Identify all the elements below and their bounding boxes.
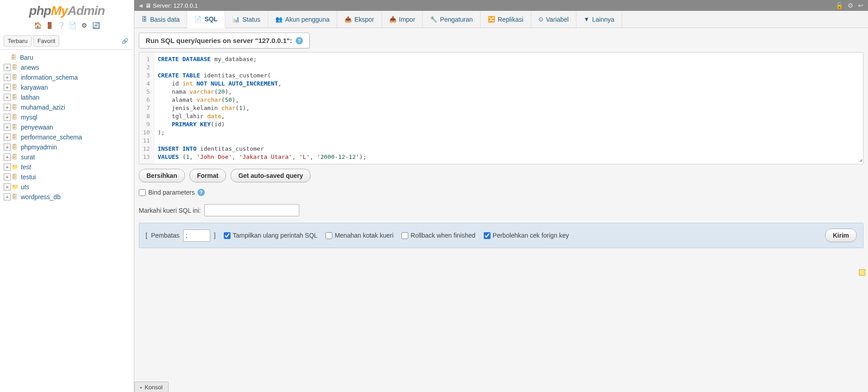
- db-label: phpmyadmin: [21, 143, 57, 151]
- expand-icon[interactable]: +: [4, 114, 11, 121]
- tree-db-item[interactable]: +📁test: [2, 162, 132, 172]
- rollback-checkbox[interactable]: [401, 232, 408, 239]
- nav-pengaturan[interactable]: 🔧Pengaturan: [423, 11, 480, 28]
- new-db-icon: 🗄: [11, 54, 18, 61]
- tree-db-item[interactable]: +🗄surat: [2, 152, 132, 162]
- menahan-checkbox[interactable]: [326, 232, 332, 239]
- tree-db-item[interactable]: +🗄phpmyadmin: [2, 142, 132, 152]
- db-tree: 🗄 Baru +🗄anews+🗄information_schema+🗄kary…: [0, 50, 134, 205]
- nav-ekspor[interactable]: 📤Ekspor: [337, 11, 382, 28]
- expand-icon[interactable]: +: [4, 94, 11, 101]
- nav-akun-pengguna[interactable]: 👥Akun pengguna: [268, 11, 337, 28]
- tree-db-item[interactable]: +🗄penyewaan: [2, 122, 132, 132]
- bookmark-icon[interactable]: [859, 269, 865, 276]
- db-label: performance_schema: [21, 134, 82, 141]
- tree-db-item[interactable]: +🗄wordpress_db: [2, 192, 132, 202]
- link-icon[interactable]: 🔗: [122, 38, 128, 44]
- konsol-bar[interactable]: ▪ Konsol: [134, 382, 169, 392]
- gear-icon[interactable]: ⚙: [848, 2, 854, 9]
- tree-db-item[interactable]: +🗄performance_schema: [2, 132, 132, 142]
- home-icon[interactable]: 🏠: [34, 22, 42, 30]
- docs-icon[interactable]: ❔: [57, 22, 65, 30]
- bind-params-label: Bind parameters: [148, 189, 195, 196]
- markahi-input[interactable]: [204, 204, 299, 216]
- settings-icon[interactable]: ⚙: [80, 22, 88, 30]
- reload-icon[interactable]: 🔄: [92, 22, 100, 30]
- tree-db-item[interactable]: +🗄latihan: [2, 92, 132, 102]
- nav-impor[interactable]: 📥Impor: [382, 11, 423, 28]
- help-icon[interactable]: ?: [296, 37, 303, 44]
- perbolehkan-checkbox[interactable]: [484, 232, 491, 239]
- lock-icon[interactable]: 🔓: [835, 2, 843, 9]
- db-label: penyewaan: [21, 124, 53, 131]
- nav-status[interactable]: 📊Status: [225, 11, 268, 28]
- tree-db-item[interactable]: +🗄information_schema: [2, 72, 132, 82]
- code-area[interactable]: CREATE DATABASE my_database; CREATE TABL…: [154, 53, 863, 164]
- expand-icon[interactable]: +: [4, 74, 11, 81]
- nav-icon: 👥: [275, 16, 283, 23]
- logout-icon[interactable]: 🚪: [46, 22, 54, 30]
- database-icon: 🗄: [12, 74, 19, 81]
- expand-icon[interactable]: +: [4, 163, 11, 171]
- nav-icon: ⊙: [538, 16, 543, 23]
- bersihkan-button[interactable]: Bersihkan: [139, 169, 185, 182]
- database-icon: 🗄: [12, 174, 19, 180]
- top-nav: 🗄Basis data📄SQL📊Status👥Akun pengguna📤Eks…: [134, 11, 868, 28]
- expand-icon[interactable]: +: [4, 143, 11, 151]
- tree-db-item[interactable]: +🗄testui: [2, 172, 132, 182]
- db-label: latihan: [21, 94, 39, 101]
- nav-icon: 📥: [389, 16, 396, 23]
- database-icon: 🗄: [12, 104, 19, 110]
- logo[interactable]: phpMyAdmin: [0, 0, 134, 20]
- expand-icon[interactable]: +: [4, 173, 11, 181]
- db-label: wordpress_db: [21, 193, 61, 201]
- tab-terbaru[interactable]: Terbaru: [4, 35, 32, 47]
- format-button[interactable]: Format: [189, 169, 226, 182]
- expand-icon[interactable]: +: [4, 183, 11, 191]
- expand-icon[interactable]: +: [4, 124, 11, 131]
- autosaved-button[interactable]: Get auto-saved query: [231, 169, 311, 182]
- sql-icon[interactable]: 📄: [69, 22, 77, 30]
- expand-icon[interactable]: +: [4, 64, 11, 71]
- resize-handle[interactable]: ◢: [859, 157, 862, 163]
- database-icon: 🗄: [12, 134, 19, 140]
- markahi-label: Markahi kueri SQL ini:: [139, 207, 201, 214]
- expand-icon[interactable]: +: [4, 84, 11, 91]
- tab-favorit[interactable]: Favorit: [33, 35, 60, 47]
- nav-lainnya[interactable]: ▼Lainnya: [576, 11, 622, 28]
- tree-db-item[interactable]: +🗄karyawan: [2, 82, 132, 92]
- database-icon: 🗄: [12, 94, 19, 100]
- tree-new[interactable]: 🗄 Baru: [2, 53, 132, 62]
- kirim-button[interactable]: Kirim: [825, 229, 857, 242]
- panel-header: Run SQL query/queries on server "127.0.0…: [139, 33, 310, 48]
- nav-sql[interactable]: 📄SQL: [187, 11, 225, 28]
- tree-db-item[interactable]: +🗄mysql: [2, 112, 132, 122]
- nav-icon: 🗄: [142, 16, 147, 23]
- folder-icon: 📁: [12, 184, 19, 190]
- nav-variabel[interactable]: ⊙Variabel: [531, 11, 576, 28]
- server-icon: 🖥: [145, 2, 151, 9]
- server-label[interactable]: Server: 127.0.0.1: [153, 2, 198, 9]
- expand-icon[interactable]: +: [4, 134, 11, 141]
- database-icon: 🗄: [12, 194, 19, 200]
- expand-icon[interactable]: +: [4, 153, 11, 161]
- sql-editor[interactable]: 12345678910111213 CREATE DATABASE my_dat…: [139, 52, 863, 164]
- expand-icon[interactable]: +: [4, 193, 11, 201]
- nav-replikasi[interactable]: 🔀Replikasi: [481, 11, 531, 28]
- options-bar: [ Pembatas ] Tampilkan ulang perintah SQ…: [139, 223, 863, 248]
- expand-icon[interactable]: +: [4, 104, 11, 111]
- console-icon: ▪: [140, 385, 142, 390]
- pembatas-input[interactable]: [183, 229, 210, 242]
- sidebar: phpMyAdmin 🏠 🚪 ❔ 📄 ⚙ 🔄 Terbaru Favorit 🔗…: [0, 0, 134, 392]
- tree-db-item[interactable]: +🗄anews: [2, 62, 132, 72]
- folder-icon: 📁: [12, 164, 19, 170]
- collapse-icon[interactable]: ◀: [139, 3, 142, 9]
- help-icon[interactable]: ?: [198, 189, 205, 196]
- bind-params-checkbox[interactable]: [139, 189, 146, 196]
- exit-icon[interactable]: ↩: [858, 2, 863, 9]
- nav-basis-data[interactable]: 🗄Basis data: [134, 11, 187, 28]
- tampilkan-checkbox[interactable]: [224, 232, 231, 239]
- tree-db-item[interactable]: +🗄muhamad_azizi: [2, 102, 132, 112]
- content: Run SQL query/queries on server "127.0.0…: [134, 28, 868, 392]
- tree-db-item[interactable]: +📁uts: [2, 182, 132, 192]
